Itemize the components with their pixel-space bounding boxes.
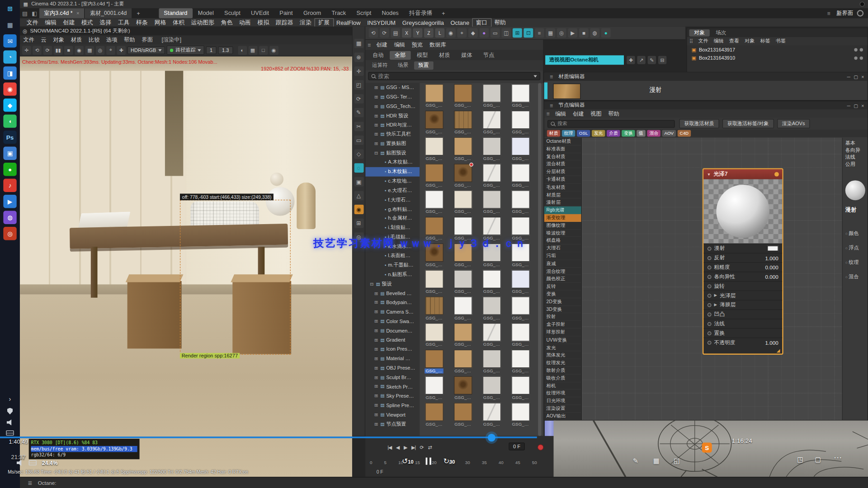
toolbar-icon-11[interactable]: ▭: [491, 28, 500, 38]
tree-item-9[interactable]: ▪b.木纹贴…: [365, 167, 420, 177]
input-pin[interactable]: [708, 247, 712, 251]
hamburger-icon[interactable]: ≡: [547, 74, 555, 80]
asset-thumb-11-2[interactable]: GSG_…: [477, 375, 506, 402]
input-pin[interactable]: [708, 294, 712, 298]
node-search-input[interactable]: 搜索: [547, 120, 675, 127]
toolbar-icon-12[interactable]: ◫: [501, 28, 511, 38]
video-app-icon[interactable]: ▶: [3, 195, 16, 208]
skip-forward-button[interactable]: ↻30: [443, 457, 455, 465]
chevron-up-icon[interactable]: ›: [9, 395, 11, 403]
tool-icon-5[interactable]: ✎: [354, 108, 363, 117]
node-type-34[interactable]: 日光环境: [544, 397, 581, 405]
menu-item-21[interactable]: 帮助: [491, 19, 509, 26]
input-pin[interactable]: [708, 256, 712, 260]
asset-thumb-4-1[interactable]: GSG_…: [448, 189, 477, 216]
octane-menu-2[interactable]: 对象: [50, 36, 67, 44]
visibility-dot[interactable]: [860, 48, 863, 51]
expand-icon[interactable]: ⊞: [374, 300, 379, 305]
expand-icon[interactable]: ▶: [714, 293, 717, 298]
toolbar-icon-1[interactable]: ⟳: [380, 28, 389, 38]
node-type-17[interactable]: 混合纹理: [544, 267, 581, 275]
hamburger-icon[interactable]: ≡: [547, 103, 555, 108]
node-type-23[interactable]: 投射: [544, 313, 581, 321]
octane-tool-icon-4[interactable]: ■: [64, 46, 73, 55]
viewport-icon-0[interactable]: ✚: [627, 56, 635, 64]
render-region-box[interactable]: [180, 200, 291, 355]
tool-icon-13[interactable]: ⊞: [354, 219, 363, 228]
close-tab-icon[interactable]: ×: [76, 10, 79, 16]
edit-icon[interactable]: ✎: [633, 457, 638, 465]
node-type-9[interactable]: Rgb光谱: [544, 206, 581, 214]
node-editor-button-0[interactable]: 获取激活材质: [679, 119, 719, 128]
asset-thumb-4-2[interactable]: GSG_…: [477, 189, 506, 216]
asset-thumb-7-2[interactable]: GSG_…: [477, 269, 506, 296]
toolbar-icon-14[interactable]: ⊡: [524, 28, 533, 38]
octane-view-icon-3[interactable]: ◉: [269, 46, 278, 55]
browser-menu-0[interactable]: 创建: [373, 41, 391, 49]
expand-icon[interactable]: ⊞: [374, 384, 379, 389]
asset-thumb-12-3[interactable]: GSG_…: [506, 402, 535, 428]
minimize-icon[interactable]: ─: [847, 74, 850, 79]
menu-item-16[interactable]: RealFlow: [333, 19, 364, 26]
node-param-4[interactable]: 旋转: [703, 281, 782, 291]
viewport-tab[interactable]: 透视视图Octane相机: [545, 55, 624, 65]
menu-item-13[interactable]: 跟踪器: [272, 19, 296, 26]
node-type-6[interactable]: 毛发材质: [544, 183, 581, 191]
node-type-20[interactable]: 变换: [544, 291, 581, 298]
visibility-dots[interactable]: [854, 48, 863, 51]
expand-icon[interactable]: ⊞: [374, 319, 379, 324]
volume-icon[interactable]: [7, 419, 14, 425]
security-shield-icon[interactable]: [7, 408, 13, 414]
node-param-8[interactable]: 法线: [703, 319, 782, 328]
photoshop-icon[interactable]: Ps: [3, 131, 16, 144]
tree-item-31[interactable]: ⊞▤Sculpt Br…: [365, 373, 420, 382]
octane-menu-0[interactable]: 文件: [20, 36, 38, 44]
param-value[interactable]: 1.000: [765, 339, 778, 345]
octane-tool-icon-1[interactable]: ⟲: [33, 46, 42, 55]
tree-item-34[interactable]: ⊞▤Spline Pre…: [365, 401, 420, 410]
expand-icon[interactable]: ⊞: [374, 356, 379, 361]
asset-thumb-1-2[interactable]: GSG_…: [477, 109, 506, 136]
asset-thumb-4-3[interactable]: GSG_…: [506, 189, 535, 216]
kernel-dropdown[interactable]: 路径追踪: [167, 45, 204, 55]
tool-icon-2[interactable]: ✛: [354, 66, 363, 76]
menu-item-15[interactable]: 扩展: [315, 19, 333, 26]
octane-tool-icon-5[interactable]: ◉: [75, 46, 84, 55]
asset-thumb-3-1[interactable]: GSG_…: [448, 163, 477, 189]
toolbar-icon-2[interactable]: ▤: [391, 28, 400, 38]
octane-view-icon-1[interactable]: ▦: [248, 46, 257, 55]
menu-item-19[interactable]: Octane: [447, 19, 472, 26]
maximize-icon[interactable]: ▢: [854, 74, 858, 79]
tool-icon-0[interactable]: ▦: [354, 39, 363, 48]
grip-icon[interactable]: ⠿: [687, 38, 696, 44]
menu-item-2[interactable]: 创建: [60, 19, 78, 26]
tree-item-4[interactable]: ⊞▤HDR与渲…: [365, 120, 420, 130]
octane-tool-icon-9[interactable]: ✚: [117, 46, 126, 55]
octane-view-icon-0[interactable]: ◐: [238, 46, 247, 55]
input-pin[interactable]: [708, 331, 712, 335]
layout-tab-5[interactable]: Groom: [298, 8, 326, 18]
node-editor-titlebar[interactable]: ≡ 节点编辑器 ─▢×: [544, 101, 868, 109]
toolbar-icon-4[interactable]: Y: [413, 28, 422, 38]
transport-icon-1[interactable]: ◀: [396, 445, 399, 450]
node-type-25[interactable]: 球形投射: [544, 328, 581, 336]
collapse-icon[interactable]: ▼: [707, 172, 711, 176]
input-pin[interactable]: [708, 312, 712, 316]
expand-icon[interactable]: ⊞: [374, 291, 379, 296]
attr-section-1[interactable]: 各向异: [844, 146, 862, 154]
asset-thumb-2-2[interactable]: GSG_…: [477, 136, 506, 163]
node-type-0[interactable]: Octane材质: [544, 138, 581, 145]
asset-thumb-3-2[interactable]: GSG_…: [477, 163, 506, 189]
tree-item-24[interactable]: ⊞▤Camera S…: [365, 307, 420, 317]
node-category-chip-9[interactable]: C4D: [678, 130, 691, 137]
param-value[interactable]: 1.000: [765, 255, 778, 261]
tree-item-20[interactable]: ▪n.贴图系…: [365, 270, 420, 279]
collapse-icon[interactable]: ⊟: [374, 150, 379, 155]
input-pin[interactable]: [708, 341, 712, 345]
tree-item-1[interactable]: ⊞▤GSG- Ter…: [365, 92, 420, 102]
node-type-10[interactable]: 渐变纹理: [544, 214, 581, 222]
node-type-7[interactable]: 材质层: [544, 191, 581, 199]
section-tab-2[interactable]: 预置: [414, 61, 433, 69]
menu-item-14[interactable]: 渲染: [297, 19, 315, 26]
param-value[interactable]: 0.000: [765, 264, 778, 270]
